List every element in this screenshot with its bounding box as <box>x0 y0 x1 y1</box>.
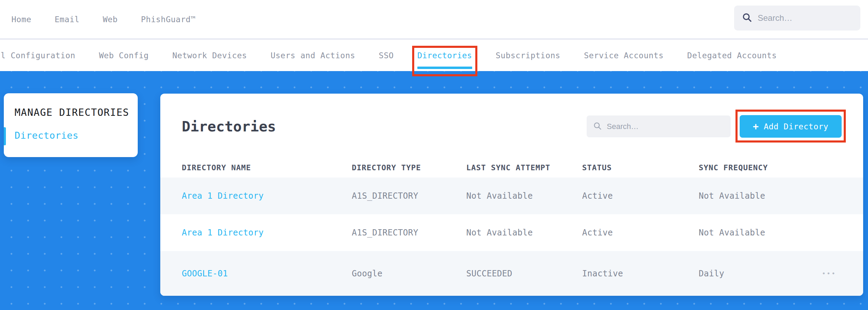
ellipsis-icon[interactable]: ••• <box>822 270 842 277</box>
last-sync-cell: Not Available <box>466 228 582 238</box>
sync-frequency-cell: Not Available <box>699 228 822 238</box>
tab-directories[interactable]: Directories <box>417 51 472 60</box>
global-search-box[interactable] <box>734 6 860 31</box>
search-icon <box>593 121 602 132</box>
directory-name-link[interactable]: Area 1 Directory <box>182 191 352 201</box>
tab-sso[interactable]: SSO <box>379 51 394 60</box>
tab-service-accounts[interactable]: Service Accounts <box>584 51 664 60</box>
directories-panel: Directories + Add Directory DIRECTORY NA… <box>160 94 863 296</box>
sidebar-heading: MANAGE DIRECTORIES <box>15 106 131 119</box>
manage-directories-card: MANAGE DIRECTORIES Directories <box>4 93 138 157</box>
last-sync-cell: Not Available <box>466 191 582 201</box>
column-header-status: STATUS <box>582 163 699 172</box>
sidebar-item-directories[interactable]: Directories <box>15 130 131 141</box>
global-search-input[interactable] <box>758 13 853 23</box>
directories-search-input[interactable] <box>607 122 724 131</box>
directory-name-link[interactable]: GOOGLE-01 <box>182 269 352 278</box>
nav-item-web[interactable]: Web <box>103 15 118 24</box>
add-directory-button-label: Add Directory <box>764 122 828 131</box>
tab-network-devices[interactable]: Network Devices <box>172 51 247 60</box>
top-nav-items: Home Email Web PhishGuard™ <box>11 15 196 24</box>
settings-tab-bar: l Configuration Web Config Network Devic… <box>0 40 868 71</box>
table-row: Area 1 Directory A1S_DIRECTORY Not Avail… <box>160 178 863 214</box>
sync-frequency-cell: Daily <box>699 269 822 278</box>
directory-type-cell: A1S_DIRECTORY <box>352 228 466 238</box>
panel-header: Directories + Add Directory <box>160 94 863 138</box>
status-cell: Inactive <box>582 269 699 278</box>
search-icon <box>742 12 752 24</box>
status-cell: Active <box>582 228 699 238</box>
column-header-last-sync-attempt: LAST SYNC ATTEMPT <box>466 163 582 172</box>
nav-item-phishguard[interactable]: PhishGuard™ <box>141 15 196 24</box>
directory-type-cell: Google <box>352 269 466 278</box>
sync-frequency-cell: Not Available <box>699 191 822 201</box>
directory-type-cell: A1S_DIRECTORY <box>352 191 466 201</box>
active-tab-underline <box>417 67 472 69</box>
sidebar-active-indicator <box>4 127 6 145</box>
last-sync-cell: SUCCEEDED <box>466 269 582 278</box>
tab-email-configuration[interactable]: l Configuration <box>1 51 75 60</box>
add-directory-button-wrap: + Add Directory <box>740 115 842 138</box>
panel-title: Directories <box>182 118 276 135</box>
table-row: Area 1 Directory A1S_DIRECTORY Not Avail… <box>160 214 863 251</box>
nav-item-email[interactable]: Email <box>54 15 79 24</box>
table-header-row: DIRECTORY NAME DIRECTORY TYPE LAST SYNC … <box>160 158 863 178</box>
directory-name-link[interactable]: Area 1 Directory <box>182 228 352 238</box>
top-nav-bar: Home Email Web PhishGuard™ <box>0 0 868 38</box>
tab-directories-label: Directories <box>417 51 472 60</box>
column-header-sync-frequency: SYNC FREQUENCY <box>699 163 822 172</box>
status-cell: Active <box>582 191 699 201</box>
workspace-background: MANAGE DIRECTORIES Directories Directori… <box>0 71 868 310</box>
add-directory-button[interactable]: + Add Directory <box>740 115 842 138</box>
column-header-directory-name: DIRECTORY NAME <box>182 163 352 172</box>
tab-web-config[interactable]: Web Config <box>99 51 148 60</box>
tab-subscriptions[interactable]: Subscriptions <box>496 51 561 60</box>
directories-search-box[interactable] <box>587 115 731 137</box>
tab-delegated-accounts[interactable]: Delegated Accounts <box>687 51 777 60</box>
nav-item-home[interactable]: Home <box>11 15 31 24</box>
column-header-directory-type: DIRECTORY TYPE <box>352 163 466 172</box>
tab-users-and-actions[interactable]: Users and Actions <box>271 51 355 60</box>
table-row: GOOGLE-01 Google SUCCEEDED Inactive Dail… <box>160 251 863 296</box>
plus-icon: + <box>753 122 759 131</box>
